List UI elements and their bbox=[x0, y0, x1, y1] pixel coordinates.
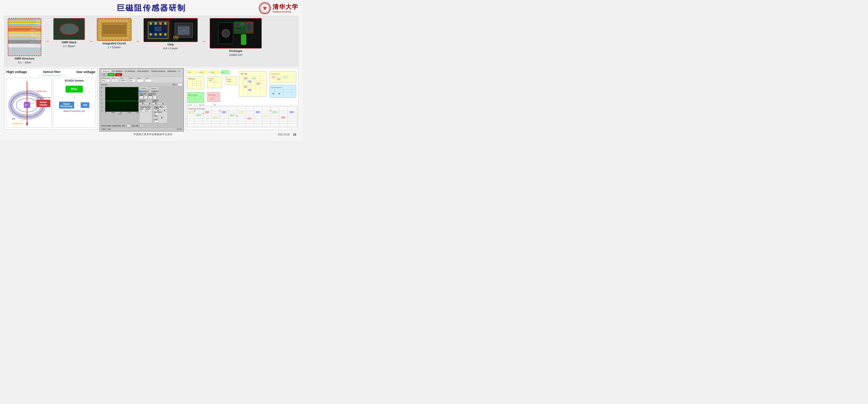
ok-button[interactable]: OK bbox=[101, 73, 107, 76]
level-group: Level bbox=[154, 119, 166, 122]
source-select[interactable]: CH0 bbox=[154, 109, 160, 112]
ch0-coupling: Coupling Range DC 10V bbox=[139, 99, 152, 105]
coupling1-select[interactable]: DC bbox=[152, 102, 158, 105]
signal-processing-box: SignalProcessing bbox=[59, 102, 74, 108]
ch1-checkbox-label[interactable]: Channel 1 bbox=[149, 90, 158, 92]
instrument-value: Dev 1 bbox=[101, 79, 110, 82]
power-supply-box: power supply bbox=[36, 100, 51, 107]
length-label: Length bbox=[146, 108, 151, 110]
x0: 0 bbox=[105, 112, 106, 113]
coupling0-label: Coupling bbox=[139, 99, 152, 101]
ch1-checkbox[interactable] bbox=[149, 90, 151, 92]
ok-bottom-button[interactable]: OK bbox=[140, 124, 144, 127]
edge-select[interactable]: Positive bbox=[154, 117, 164, 119]
svg-text:Wheatstone: Wheatstone bbox=[209, 78, 214, 80]
start-button[interactable]: Start bbox=[107, 73, 115, 76]
arrow-2: → bbox=[88, 39, 94, 44]
freq-label: Freq bbox=[120, 77, 127, 79]
coupling-trigger-select[interactable]: DC bbox=[160, 109, 166, 112]
svg-text:GMR Sensor: GMR Sensor bbox=[188, 78, 195, 80]
x005: 0.05 bbox=[112, 112, 115, 113]
freq-value: 3000.0 bbox=[120, 79, 127, 82]
scope-container: 6 4 2 0 -2 -4 -6 bbox=[101, 87, 138, 123]
menu-0[interactable]: 0 bbox=[178, 70, 180, 72]
svg-point-196 bbox=[237, 116, 238, 116]
length-input[interactable] bbox=[146, 110, 151, 112]
high-voltage-label: High voltage bbox=[6, 70, 27, 74]
power-supply-area: power supply bbox=[36, 100, 51, 107]
menu-step[interactable]: Step analysis bbox=[136, 70, 150, 72]
setup-label: Setup bbox=[137, 77, 144, 79]
svg-rect-6 bbox=[106, 20, 108, 22]
circuit-group-5: Signal Processing bbox=[187, 92, 204, 103]
ref-input[interactable] bbox=[154, 113, 159, 115]
coupling0-select[interactable]: DC bbox=[139, 102, 145, 105]
ch0-checkbox-label[interactable]: Channel 0 bbox=[139, 90, 148, 92]
svg-rect-146 bbox=[272, 76, 275, 78]
menu-thermo[interactable]: Thermo analysis bbox=[150, 70, 166, 72]
system-diagram: High voltage Optical fiber ← ───────── →… bbox=[4, 68, 97, 130]
svg-rect-16 bbox=[110, 37, 112, 39]
filter-value: ──── bbox=[112, 79, 118, 82]
svg-text:Power Supply: Power Supply bbox=[209, 94, 216, 96]
bottom-section: High voltage Optical fiber ← ───────── →… bbox=[4, 68, 299, 131]
prototype-sublabel: 12x6x2 cm³ bbox=[229, 54, 242, 57]
offset0-input[interactable] bbox=[144, 96, 148, 99]
menu-calibration[interactable]: calibration bbox=[166, 70, 177, 72]
level-input[interactable] bbox=[154, 120, 159, 122]
range0-select[interactable]: 10V bbox=[145, 102, 152, 105]
svg-rect-41 bbox=[119, 24, 120, 35]
arrow-4: → bbox=[201, 39, 207, 44]
svg-text:GND: GND bbox=[214, 104, 216, 105]
scope-with-axes: 6 4 2 0 -2 -4 -6 bbox=[101, 87, 138, 112]
svg-rect-29 bbox=[128, 29, 129, 31]
scada-screenshot: Measure DC analysis AC analysis Step ana… bbox=[99, 68, 184, 131]
y4: 4 bbox=[101, 91, 105, 92]
save-label: Save Data bbox=[132, 125, 139, 126]
svg-rect-14 bbox=[103, 37, 105, 39]
svg-rect-136 bbox=[257, 83, 259, 85]
svg-text:AMPLIFY: AMPLIFY bbox=[199, 72, 204, 73]
stop-button[interactable]: Stop bbox=[115, 73, 122, 76]
range1-select[interactable]: 10V bbox=[158, 102, 165, 105]
setup-group: Setup bbox=[137, 77, 144, 82]
top-section: Ru 10.0 Ta 2.0 Cu₂N 30.0 NiuFeu 10.0 Cu₂… bbox=[4, 16, 299, 66]
circuit-content: DC-DC AMPLIFY FILTER ADC bbox=[186, 68, 298, 130]
gmr-stack-sublabel: 2 × 20um² bbox=[63, 45, 75, 48]
proto-housing bbox=[218, 23, 233, 44]
arrow-3: → bbox=[135, 39, 140, 44]
rate-label: Rate bbox=[140, 108, 145, 110]
low-voltage-label: low voltage bbox=[76, 70, 95, 74]
atten1-input[interactable] bbox=[148, 96, 152, 99]
svg-rect-133 bbox=[244, 77, 247, 79]
menu-ac[interactable]: AC analysis bbox=[124, 70, 136, 72]
offset1-input[interactable] bbox=[152, 96, 156, 99]
svg-point-197 bbox=[270, 111, 271, 112]
plot-control[interactable] bbox=[178, 83, 182, 86]
svg-rect-13 bbox=[100, 37, 102, 39]
gmr-stack-label: GMR Stack bbox=[62, 41, 76, 44]
freq-input[interactable] bbox=[126, 125, 131, 127]
menu-dc[interactable]: DC analysis bbox=[112, 70, 123, 72]
status-label: status bbox=[101, 128, 106, 130]
svg-rect-15 bbox=[106, 37, 108, 39]
filter-group: Filter ──── bbox=[112, 77, 118, 82]
menu-measure[interactable]: Measure bbox=[101, 70, 111, 73]
university-name-en: Tsinghua University bbox=[273, 10, 299, 13]
svg-text:R1: R1 bbox=[197, 115, 198, 116]
svg-rect-23 bbox=[99, 26, 101, 28]
svg-text:Signal Processing: Signal Processing bbox=[188, 94, 198, 96]
svg-text:ADC: ADC bbox=[222, 72, 224, 73]
atten0-input[interactable] bbox=[139, 96, 143, 99]
code-label: code bbox=[107, 128, 111, 130]
rtu-row: RTU bbox=[54, 84, 94, 94]
rate-input[interactable] bbox=[140, 110, 145, 112]
y-2: -2 bbox=[101, 102, 105, 104]
svg-rect-187 bbox=[247, 118, 251, 119]
y-axis: 6 4 2 0 -2 -4 -6 bbox=[101, 87, 105, 112]
footer-org: 中国电工技术学会新媒体平台发布 bbox=[28, 132, 278, 136]
ic-sublabel: 1 × 0.5mm² bbox=[107, 46, 121, 49]
trigger-title: Trigger Menu bbox=[154, 106, 166, 108]
ch0-checkbox[interactable] bbox=[139, 90, 141, 92]
circuit-group-7: MCU / DSP bbox=[239, 71, 267, 96]
